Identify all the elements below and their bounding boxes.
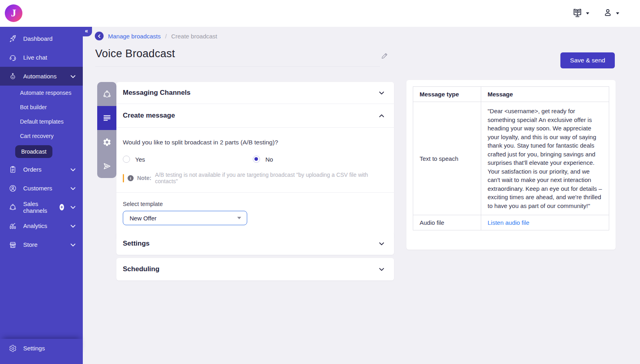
radio-no[interactable]: No: [253, 156, 273, 163]
sidebar-item-cart-recovery[interactable]: Cart recovery: [0, 129, 83, 143]
sidebar-item-label: Orders: [23, 166, 42, 173]
sidebar-item-bot-builder[interactable]: Bot builder: [0, 100, 83, 114]
sidebar-item-label: Analytics: [23, 222, 47, 229]
message-type-cell: Text to speach: [413, 102, 481, 215]
chevron-down-icon: [70, 204, 76, 210]
template-select-label: Select template: [123, 201, 388, 207]
section-messaging-channels[interactable]: Messaging Channels: [116, 82, 394, 104]
channels-step-share-icon[interactable]: [97, 82, 116, 106]
share-icon: [9, 203, 17, 211]
sidebar-item-orders[interactable]: Orders: [0, 160, 83, 179]
breadcrumb-separator: /: [165, 33, 167, 40]
sub-item-label: Automate responses: [20, 90, 71, 96]
logo-letter: J: [11, 7, 16, 19]
send-step-paper-plane-icon[interactable]: [97, 154, 116, 178]
section-label: Settings: [123, 240, 150, 248]
app-window: J: [0, 0, 640, 364]
sidebar-item-label: Dashboard: [23, 35, 52, 42]
sidebar-item-sales-channels[interactable]: Sales channels +: [0, 198, 83, 216]
ab-testing-question: Would you like to split broadcast in 2 p…: [123, 139, 388, 146]
radio-circle-unchecked[interactable]: [123, 156, 130, 163]
sidebar-item-label: Store: [23, 241, 38, 248]
automations-submenu: Automate responses Bot builder Default t…: [0, 86, 83, 160]
storefront-icon: [9, 241, 17, 249]
chevron-down-icon: [70, 73, 76, 80]
page-title: Voice Broadcast: [95, 48, 380, 60]
template-select-value: New Offer: [130, 215, 156, 222]
robot-icon: [9, 72, 17, 80]
main-content: Manage broadcasts / Create broadcast Voi…: [83, 27, 640, 364]
section-label: Messaging Channels: [123, 89, 190, 97]
rocket-icon: [9, 35, 17, 43]
sidebar-item-automate-responses[interactable]: Automate responses: [0, 86, 83, 100]
sidebar-item-broadcast[interactable]: Broadcast: [0, 143, 83, 160]
sidebar-item-live-chat[interactable]: Live chat: [0, 48, 83, 67]
sidebar-item-settings[interactable]: Settings: [0, 339, 83, 358]
save-send-button[interactable]: Save & send: [560, 52, 615, 68]
section-label: Create message: [123, 112, 175, 120]
sidebar-item-default-templates[interactable]: Default templates: [0, 114, 83, 129]
note-text: A/B testing is not available if you are …: [155, 172, 388, 184]
chevron-down-icon: [379, 89, 384, 96]
column-header-message: Message: [481, 87, 609, 102]
sidebar-item-label: Automations: [23, 73, 56, 80]
sidebar-item-label: Live chat: [23, 54, 47, 61]
table-row: Audio file Listen audio file: [413, 215, 609, 230]
gear-icon: [9, 344, 17, 352]
section-scheduling[interactable]: Scheduling: [116, 258, 394, 280]
app-logo[interactable]: J: [5, 4, 22, 22]
ab-testing-options: Yes No: [123, 156, 388, 163]
sidebar-item-analytics[interactable]: Analytics: [0, 216, 83, 235]
section-settings[interactable]: Settings: [116, 232, 394, 255]
edit-title-icon[interactable]: [381, 52, 389, 61]
message-type-cell: Audio file: [413, 215, 481, 230]
breadcrumb: Manage broadcasts / Create broadcast: [95, 32, 217, 40]
collapse-icon: «: [85, 28, 88, 34]
back-button[interactable]: [95, 32, 104, 40]
knowledge-base-menu[interactable]: [572, 7, 589, 20]
sidebar-item-customers[interactable]: Customers: [0, 179, 83, 198]
listen-audio-link[interactable]: Listen audio file: [488, 219, 529, 226]
chevron-down-icon: [70, 222, 76, 229]
radio-label: No: [265, 156, 273, 163]
chevron-down-icon: [379, 240, 384, 247]
sidebar-item-store[interactable]: Store: [0, 235, 83, 254]
sidebar-item-label: Customers: [23, 185, 52, 192]
template-select[interactable]: New Offer: [123, 211, 247, 225]
audio-file-cell: Listen audio file: [481, 215, 609, 230]
sub-item-label-active: Broadcast: [15, 145, 52, 158]
chevron-down-icon: [70, 185, 76, 192]
ab-testing-note: i Note: A/B testing is not available if …: [123, 172, 388, 184]
note-accent-bar: [123, 174, 124, 182]
chevron-down-icon: [70, 241, 76, 248]
broadcast-name-field[interactable]: Voice Broadcast: [95, 48, 380, 67]
message-preview-panel: Message type Message Text to speach "Dea…: [406, 80, 616, 250]
user-icon: [603, 8, 613, 19]
radio-yes[interactable]: Yes: [123, 156, 145, 163]
chevron-down-icon: [616, 12, 619, 14]
sidebar-item-automations[interactable]: Automations: [0, 67, 83, 86]
section-label: Scheduling: [123, 265, 160, 273]
sub-item-label: Cart recovery: [20, 133, 54, 139]
settings-step-gear-icon[interactable]: [97, 130, 116, 154]
radio-circle-checked[interactable]: [253, 156, 260, 163]
chevron-down-icon: [379, 266, 384, 273]
chevron-down-icon: [70, 166, 76, 173]
message-step-text-lines-icon[interactable]: [97, 106, 116, 130]
account-menu[interactable]: [603, 8, 619, 19]
section-create-message[interactable]: Create message: [116, 104, 394, 127]
sidebar-item-dashboard[interactable]: Dashboard: [0, 29, 83, 48]
bar-chart-icon: [9, 222, 17, 230]
sidebar-item-label: Settings: [23, 345, 45, 352]
message-text-cell: "Dear <username>, get ready for somethin…: [481, 102, 609, 215]
chevron-down-icon: [586, 12, 589, 14]
sidebar: « Dashboard: [0, 27, 83, 364]
sub-item-label: Bot builder: [20, 104, 47, 110]
clipboard-icon: [9, 166, 17, 174]
radio-label: Yes: [135, 156, 145, 163]
table-header-row: Message type Message: [413, 87, 609, 102]
breadcrumb-link[interactable]: Manage broadcasts: [108, 33, 161, 40]
message-preview-table: Message type Message Text to speach "Dea…: [413, 86, 609, 230]
add-channel-icon[interactable]: +: [60, 204, 64, 210]
headset-icon: [9, 54, 17, 62]
